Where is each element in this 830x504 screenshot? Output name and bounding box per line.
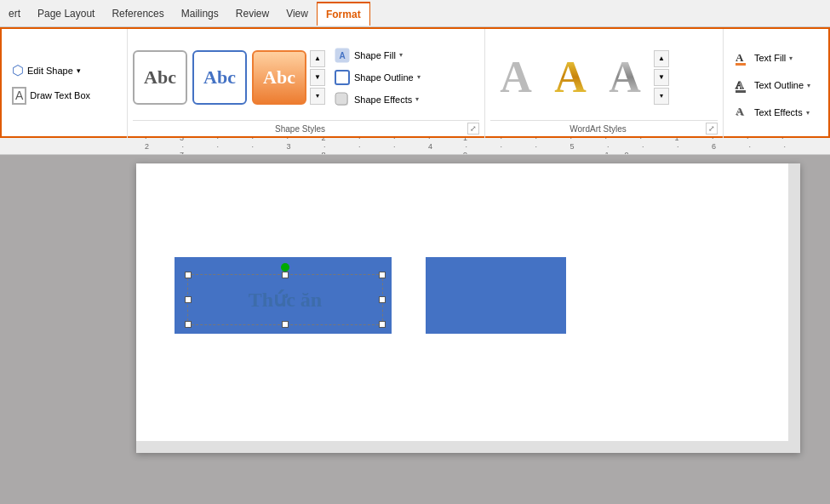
shape-fill-arrow[interactable]: ▾ — [399, 51, 403, 59]
shape-styles-scroll-down[interactable]: ▼ — [310, 69, 325, 86]
menu-bar: ert Page Layout References Mailings Revi… — [0, 0, 830, 27]
shape-style-orange[interactable]: Abc — [252, 50, 306, 105]
shape-fill-label: Shape Fill — [354, 50, 396, 60]
svg-text:A: A — [339, 51, 345, 60]
shape-styles-section: Abc Abc Abc ▲ ▼ ▾ — [128, 29, 485, 138]
text-options-section: A Text Fill ▾ A Text Outline — [724, 29, 821, 138]
text-fill-icon: A — [734, 49, 751, 66]
menu-mailings[interactable]: Mailings — [173, 3, 227, 25]
resize-handle-ml[interactable] — [185, 296, 192, 303]
svg-rect-4 — [335, 93, 347, 105]
text-effects-button[interactable]: A A Text Effects ▾ — [730, 101, 814, 123]
resize-handle-mr[interactable] — [379, 296, 386, 303]
wordart-preset-silver[interactable]: A — [599, 50, 650, 105]
text-effects-icon: A A — [734, 104, 751, 121]
shape-style-blue[interactable]: Abc — [192, 50, 247, 105]
wordart-preset-plain[interactable]: A — [490, 50, 541, 105]
shape-effects-label: Shape Effects — [354, 94, 412, 105]
ruler: · 3 · · · 2 · · · 1 · · · · · 1 · · · 2 … — [0, 138, 830, 155]
svg-text:A: A — [736, 105, 744, 117]
svg-text:A: A — [736, 51, 744, 64]
shape-fill-icon: A — [334, 47, 351, 64]
shape-effects-arrow[interactable]: ▾ — [415, 95, 419, 103]
shape-outline-label: Shape Outline — [354, 72, 414, 83]
ribbon-insert-group: ⬡ Edit Shape ▾ A Draw Text Box — [2, 29, 128, 138]
resize-handle-bm[interactable] — [282, 321, 289, 328]
shape-styles-expand[interactable]: ▾ — [310, 88, 325, 105]
shape-style-plain[interactable]: Abc — [133, 50, 187, 105]
text-fill-button[interactable]: A Text Fill ▾ — [730, 47, 814, 69]
shape-options: A Shape Fill ▾ Shape Outline — [330, 45, 424, 110]
svg-text:A: A — [736, 78, 744, 91]
draw-textbox-icon: A — [12, 87, 26, 105]
wordart-scroll-down[interactable]: ▼ — [654, 69, 669, 86]
resize-handle-bl[interactable] — [185, 321, 192, 328]
text-outline-arrow[interactable]: ▾ — [807, 82, 810, 89]
text-outline-label: Text Outline — [754, 80, 804, 90]
draw-textbox-button[interactable]: A Draw Text Box — [9, 85, 120, 106]
shape-styles-label: Shape Styles ⤢ — [133, 120, 479, 135]
text-box-content[interactable]: Thức ăn — [249, 288, 322, 312]
resize-handle-tr[interactable] — [379, 272, 386, 278]
svg-rect-2 — [335, 71, 349, 84]
menu-references[interactable]: References — [103, 3, 172, 25]
menu-page-layout[interactable]: Page Layout — [29, 3, 103, 25]
vertical-scrollbar[interactable] — [788, 163, 800, 453]
menu-view[interactable]: View — [278, 3, 317, 25]
resize-handle-tl[interactable] — [185, 272, 192, 278]
text-fill-label: Text Fill — [754, 53, 786, 63]
menu-insert[interactable]: ert — [0, 3, 29, 25]
text-fill-arrow[interactable]: ▾ — [789, 54, 793, 62]
svg-rect-8 — [736, 90, 746, 93]
horizontal-scrollbar[interactable] — [136, 441, 788, 453]
document-area: Thức ăn — [0, 155, 830, 504]
text-outline-button[interactable]: A Text Outline ▾ — [730, 74, 814, 96]
wordart-expand-btn[interactable]: ⤢ — [706, 123, 718, 135]
text-box-selected[interactable]: Thức ăn — [187, 274, 383, 325]
shape-effects-icon — [334, 91, 351, 108]
shape-outline-icon — [334, 69, 351, 86]
ribbon-main: ⬡ Edit Shape ▾ A Draw Text Box Abc Abc — [2, 29, 821, 138]
shape-effects-button[interactable]: Shape Effects ▾ — [330, 89, 424, 110]
svg-rect-6 — [736, 63, 746, 66]
shape-outline-button[interactable]: Shape Outline ▾ — [330, 67, 424, 88]
text-effects-label: Text Effects — [754, 107, 803, 117]
shape-fill-button[interactable]: A Shape Fill ▾ — [330, 45, 424, 66]
resize-handle-br[interactable] — [379, 321, 386, 328]
wordart-preset-gold[interactable]: A — [545, 50, 596, 105]
shape-styles-expand-btn[interactable]: ⤢ — [467, 123, 479, 135]
wordart-section: A A A ▲ ▼ ▾ WordArt St — [485, 29, 724, 138]
shape-outline-arrow[interactable]: ▾ — [417, 73, 421, 81]
page: Thức ăn — [136, 163, 800, 453]
blue-box-right — [426, 257, 566, 334]
ribbon: ⬡ Edit Shape ▾ A Draw Text Box Abc Abc — [0, 27, 830, 138]
edit-shape-button[interactable]: ⬡ Edit Shape ▾ — [9, 60, 120, 80]
text-outline-icon: A — [734, 77, 751, 94]
menu-format[interactable]: Format — [317, 2, 370, 26]
wordart-expand[interactable]: ▾ — [654, 88, 669, 105]
shape-styles-scroll-up[interactable]: ▲ — [310, 50, 325, 67]
edit-shape-label: Edit Shape — [27, 66, 73, 76]
ruler-marks: · 3 · · · 2 · · · 1 · · · · · 1 · · · 2 … — [136, 138, 830, 155]
menu-review[interactable]: Review — [227, 3, 278, 25]
text-effects-arrow[interactable]: ▾ — [806, 109, 810, 117]
resize-handle-tm[interactable] — [282, 272, 289, 278]
draw-textbox-label: Draw Text Box — [30, 90, 90, 100]
rotation-handle[interactable] — [281, 263, 289, 272]
wordart-label: WordArt Styles ⤢ — [490, 120, 718, 135]
edit-shape-icon: ⬡ — [12, 62, 24, 78]
wordart-scroll-up[interactable]: ▲ — [654, 50, 669, 67]
edit-shape-dropdown[interactable]: ▾ — [77, 66, 81, 75]
